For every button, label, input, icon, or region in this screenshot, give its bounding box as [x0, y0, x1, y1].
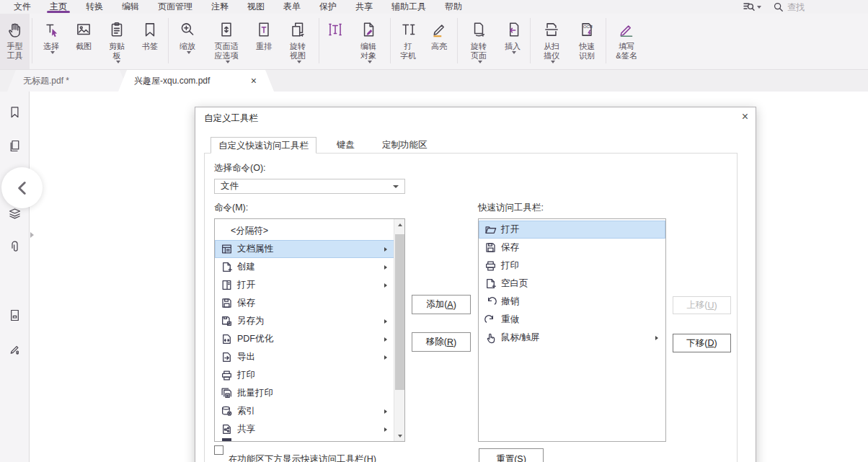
select-tool-button[interactable]: 选择 [35, 14, 68, 69]
edit-object-button[interactable]: 编辑 对象 [349, 14, 388, 69]
hand-tool-button[interactable]: 手型 工具 [0, 14, 30, 69]
share-icon [221, 423, 233, 435]
layers-panel-icon[interactable] [7, 206, 22, 221]
list-item-export[interactable]: 导出 [215, 348, 394, 366]
qat-item-redo[interactable]: 重做 [479, 311, 665, 329]
expand-panel-arrow-icon[interactable] [30, 232, 34, 238]
fill-sign-button[interactable]: 填写 &签名 [608, 14, 645, 69]
toolbar-separator [319, 18, 319, 63]
quick-ocr-button[interactable]: OCR 快速 识别 [570, 14, 603, 69]
insert-button[interactable]: 插入 [497, 14, 528, 69]
find-input[interactable] [787, 2, 852, 12]
bookmark-button[interactable]: 书签 [134, 14, 166, 69]
tab-close-icon[interactable]: × [249, 76, 258, 86]
save-icon [221, 297, 233, 309]
list-item-pdf-optimize[interactable]: PDF优化 [215, 330, 394, 348]
add-button[interactable]: 添加(A) [412, 295, 471, 314]
edit-text-button[interactable] [322, 14, 349, 69]
menu-comment[interactable]: 注释 [202, 0, 238, 14]
hand-icon [6, 19, 25, 40]
attachments-panel-icon[interactable] [7, 239, 22, 254]
insert-page-icon [503, 19, 522, 40]
list-item-batch-print[interactable]: 批量打印 [215, 384, 394, 402]
fields-panel-icon[interactable] [7, 308, 22, 323]
menu-page-management[interactable]: 页面管理 [149, 0, 202, 14]
scroll-down-icon[interactable] [394, 430, 405, 441]
list-item-create[interactable]: 创建 [215, 258, 394, 276]
dialog-close-icon[interactable]: × [742, 110, 748, 123]
menu-view[interactable]: 视图 [238, 0, 274, 14]
list-item-partial[interactable] [215, 438, 394, 442]
qat-item-save[interactable]: 保存 [479, 239, 665, 257]
tab-customize-ribbon[interactable]: 定制功能区 [375, 137, 435, 154]
toolbar-separator [32, 18, 32, 63]
open-doc-icon [221, 279, 233, 291]
page-fit-button[interactable]: 页面适 应选项 [204, 14, 249, 69]
pdf-optimize-icon [221, 333, 233, 345]
rotate-view-icon [288, 19, 307, 40]
move-up-button[interactable]: 上移(U) [673, 296, 731, 314]
menu-accessibility[interactable]: 辅助工具 [382, 0, 435, 14]
quick-access-toolbar-label: 快速访问工具栏: [478, 202, 544, 214]
list-item-share[interactable]: 共享 [215, 420, 394, 438]
move-down-button[interactable]: 下移(D) [673, 334, 731, 352]
menu-form[interactable]: 表单 [274, 0, 310, 14]
menu-convert[interactable]: 转换 [76, 0, 112, 14]
qat-item-open[interactable]: 打开 [479, 221, 665, 239]
clipboard-button[interactable]: 剪贴 板 [99, 14, 134, 69]
highlight-button[interactable]: 高亮 [423, 14, 455, 69]
signatures-panel-icon[interactable] [7, 342, 22, 357]
index-icon [221, 405, 233, 417]
command-category-select[interactable]: 文件 [214, 179, 405, 194]
scrollbar-thumb[interactable] [395, 234, 404, 390]
commands-scrollbar[interactable] [394, 219, 404, 441]
redo-icon [484, 314, 497, 326]
from-scanner-button[interactable]: 从扫 描仪 [533, 14, 570, 69]
find-box[interactable] [773, 1, 858, 12]
list-item-save[interactable]: 保存 [215, 294, 394, 312]
qat-item-mouse-touch[interactable]: 鼠标/触屏 [479, 329, 665, 347]
qat-item-print[interactable]: 打印 [479, 257, 665, 275]
tab-keyboard[interactable]: 键盘 [329, 137, 362, 154]
menu-edit[interactable]: 编辑 [112, 0, 149, 14]
remove-button[interactable]: 移除(R) [412, 332, 471, 352]
command-search-button[interactable] [743, 1, 761, 13]
menu-protect[interactable]: 保护 [310, 0, 346, 14]
collapse-panel-button[interactable] [1, 167, 43, 208]
tab-customize-quick-access[interactable]: 自定义快速访问工具栏 [211, 137, 316, 154]
reflow-button[interactable]: 重排 [249, 14, 279, 69]
partial-icon [221, 438, 233, 442]
zoom-button[interactable]: 缩放 [171, 14, 204, 69]
select-cursor-icon [42, 19, 61, 40]
list-item-separator[interactable]: <分隔符> [215, 222, 394, 240]
show-below-ribbon-checkbox[interactable] [214, 445, 223, 455]
qat-item-blank-page[interactable]: 空白页 [479, 275, 665, 293]
menu-home[interactable]: 主页 [40, 0, 76, 14]
pages-panel-icon[interactable] [7, 138, 22, 154]
menu-help[interactable]: 帮助 [435, 0, 471, 14]
rotate-view-button[interactable]: 旋转 视图 [279, 14, 316, 69]
tab-untitled-pdf[interactable]: 无标题.pdf * [7, 70, 128, 92]
rotate-page-button[interactable]: 旋转 页面 [460, 14, 497, 69]
list-item-save-as[interactable]: 另存为 [215, 312, 394, 330]
menu-file[interactable]: 文件 [4, 0, 40, 14]
list-item-print[interactable]: 打印 [215, 366, 394, 384]
chevron-left-icon [13, 179, 32, 197]
chevron-down-icon [393, 185, 399, 188]
list-item-index[interactable]: 索引 [215, 402, 394, 420]
bookmarks-panel-icon[interactable] [7, 105, 22, 120]
choose-commands-label: 选择命令(O): [214, 162, 266, 174]
typewriter-button[interactable]: 打 字机 [393, 14, 423, 69]
list-item-open[interactable]: 打开 [215, 276, 394, 294]
scanner-icon [542, 19, 561, 40]
list-item-doc-properties[interactable]: 文档属性 [215, 240, 394, 258]
tab-xqu-pdf[interactable]: 兴趣屋-xqu.com.pdf × [118, 70, 274, 92]
rotate-page-icon [469, 19, 488, 40]
menu-share[interactable]: 共享 [346, 0, 382, 14]
snapshot-button[interactable]: 截图 [68, 14, 99, 69]
save-icon [484, 241, 497, 254]
reflow-icon [254, 19, 273, 40]
scroll-up-icon[interactable] [394, 219, 405, 230]
reset-button[interactable]: 重置(S) [479, 448, 544, 462]
qat-item-undo[interactable]: 撤销 [479, 293, 665, 311]
